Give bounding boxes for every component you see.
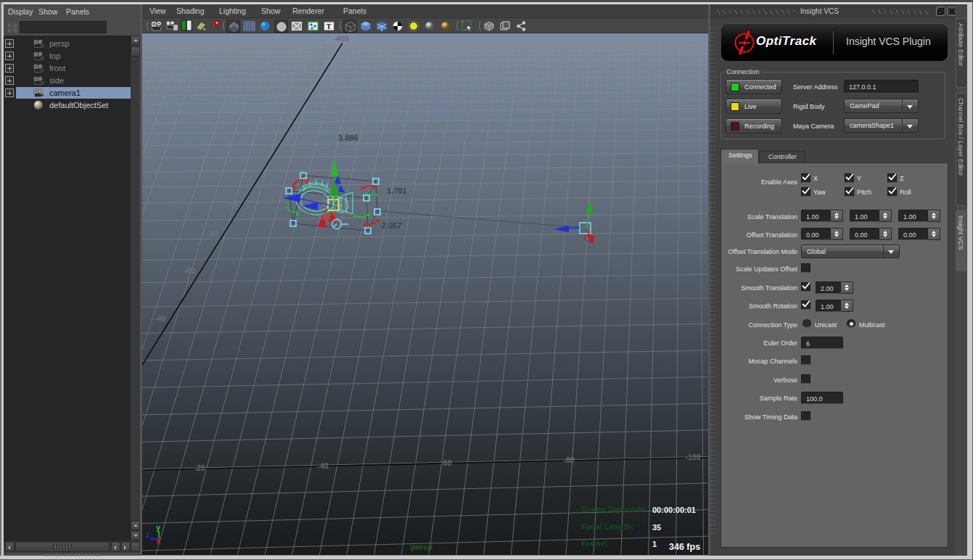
- svg-text:35: 35: [652, 523, 661, 532]
- svg-text:00:00:00:01: 00:00:00:01: [652, 506, 696, 514]
- svg-text:346 fps: 346 fps: [669, 542, 700, 552]
- svg-text:Frame:: Frame:: [581, 539, 608, 548]
- svg-text:Scene Timecode:: Scene Timecode:: [582, 505, 647, 514]
- svg-text:3.886: 3.886: [338, 133, 358, 142]
- svg-text:1: 1: [652, 540, 657, 548]
- svg-text:z: z: [146, 530, 150, 539]
- svg-text:2.057: 2.057: [382, 221, 402, 230]
- svg-text:y: y: [156, 523, 161, 532]
- svg-text:persp: persp: [411, 543, 432, 551]
- svg-text:Focal Length:: Focal Length:: [581, 522, 633, 531]
- svg-text:x: x: [156, 537, 161, 545]
- svg-text:T: T: [327, 22, 332, 30]
- svg-text:1.791: 1.791: [387, 186, 407, 195]
